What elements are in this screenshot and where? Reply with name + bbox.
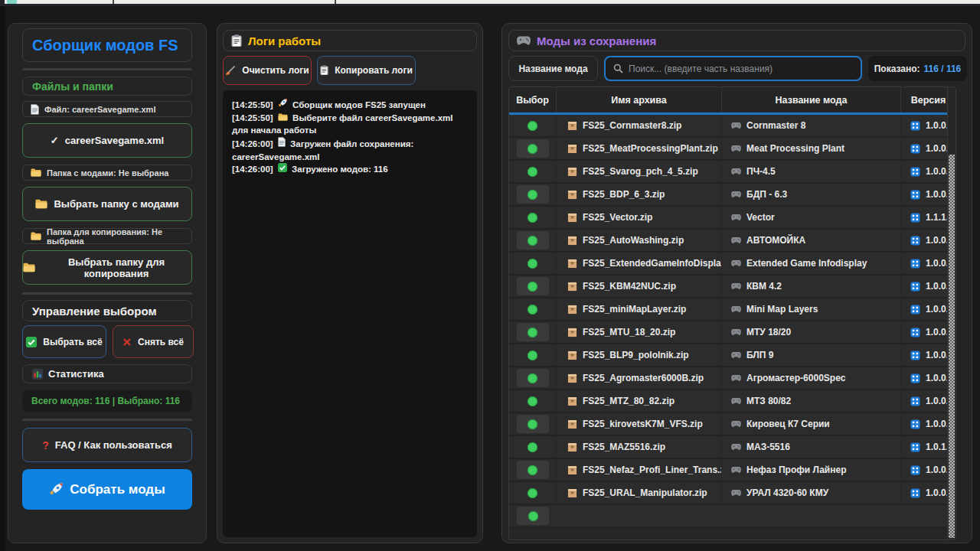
table-row[interactable] bbox=[509, 505, 956, 528]
selected-indicator[interactable] bbox=[528, 144, 537, 154]
table-row[interactable]: FS25_Cornmaster8.zipCornmaster 81.0.0.3 bbox=[509, 115, 956, 138]
mod-name-cell: ПЧ-4.5 bbox=[722, 161, 901, 182]
mod-name-cell: КВМ 4.2 bbox=[722, 276, 901, 297]
selected-indicator[interactable] bbox=[528, 488, 537, 498]
gamepad-icon bbox=[517, 36, 531, 45]
table-scrollbar[interactable] bbox=[947, 87, 956, 540]
mod-name-cell: МТУ 18/20 bbox=[722, 321, 901, 343]
table-row[interactable]: FS25_miniMapLayer.zipMini Map Layers1.0.… bbox=[509, 298, 956, 321]
archive-name: FS25_ExtendedGameInfoDisplay.zip bbox=[583, 258, 722, 269]
mod-name-cell: УРАЛ 4320-60 КМУ bbox=[722, 482, 901, 504]
select-cell[interactable] bbox=[509, 184, 557, 205]
archive-icon bbox=[567, 167, 577, 177]
selection-section-heading: Управление выбором bbox=[22, 300, 192, 321]
table-row[interactable]: FS25_URAL_Manipulator.zipУРАЛ 4320-60 КМ… bbox=[509, 482, 956, 505]
mods-header: Моды из сохранения bbox=[508, 30, 965, 51]
selected-indicator[interactable] bbox=[528, 236, 537, 246]
table-row[interactable]: FS25_MTZ_80_82.zipМТЗ 80/821.0.0.0 bbox=[509, 390, 956, 413]
selected-indicator[interactable] bbox=[528, 259, 537, 269]
archive-name: FS25_kirovetsK7M_VFS.zip bbox=[583, 419, 703, 429]
select-cell[interactable] bbox=[509, 298, 557, 320]
select-cell[interactable] bbox=[509, 253, 557, 274]
archive-name-cell: FS25_Vector.zip bbox=[557, 207, 722, 228]
archive-icon bbox=[567, 121, 577, 131]
column-header-name[interactable]: Название мода bbox=[722, 87, 901, 112]
selected-indicator[interactable] bbox=[528, 373, 537, 383]
table-row[interactable]: FS25_AutoWashing.zipАВТОМОЙКА1.0.0.1 bbox=[509, 230, 956, 253]
select-cell[interactable] bbox=[509, 413, 557, 435]
selected-indicator[interactable] bbox=[528, 511, 538, 521]
selected-indicator[interactable] bbox=[528, 213, 537, 223]
faq-button[interactable]: ? FAQ / Как пользоваться bbox=[22, 428, 192, 462]
select-cell[interactable] bbox=[509, 230, 557, 251]
version-icon bbox=[910, 190, 920, 200]
log-output[interactable]: [14:25:50] Сборщик модов FS25 запущен[14… bbox=[223, 90, 477, 537]
select-cell[interactable] bbox=[509, 505, 557, 527]
select-savegame-button[interactable]: ✓ careerSavegame.xml bbox=[22, 123, 192, 158]
select-cell[interactable] bbox=[509, 276, 557, 297]
check-green-icon bbox=[26, 337, 37, 347]
archive-icon bbox=[567, 236, 577, 246]
select-cell[interactable] bbox=[509, 321, 557, 343]
table-row[interactable]: FS25_Agromaster6000B.zipАгромастер-6000S… bbox=[509, 367, 956, 390]
mod-name-cell: Vector bbox=[722, 207, 901, 228]
selected-indicator[interactable] bbox=[528, 167, 537, 177]
mod-name: Кировец К7 Серии bbox=[746, 419, 830, 429]
selected-indicator[interactable] bbox=[528, 328, 537, 337]
select-cell[interactable] bbox=[509, 390, 557, 412]
selected-indicator[interactable] bbox=[528, 305, 537, 315]
collect-mods-button[interactable]: Собрать моды bbox=[22, 469, 192, 510]
select-all-button[interactable]: Выбрать всё bbox=[22, 325, 106, 358]
select-cell[interactable] bbox=[509, 482, 557, 504]
gamepad-icon bbox=[731, 490, 741, 496]
selected-indicator[interactable] bbox=[528, 282, 537, 292]
selected-indicator[interactable] bbox=[528, 442, 537, 452]
selected-indicator[interactable] bbox=[528, 465, 537, 475]
table-row[interactable]: FS25_Vector.zipVector1.1.1.1 bbox=[509, 207, 956, 230]
column-header-select[interactable]: Выбор bbox=[509, 87, 557, 112]
select-cell[interactable] bbox=[509, 436, 557, 458]
selected-indicator[interactable] bbox=[528, 419, 537, 429]
select-copy-folder-button[interactable]: Выбрать папку для копирования bbox=[22, 250, 192, 285]
search-input[interactable] bbox=[629, 64, 861, 74]
check-glyph: ✓ bbox=[51, 135, 59, 146]
log-entry: [14:26:00] Загружен файл сохранения: car… bbox=[232, 137, 468, 163]
selected-indicator[interactable] bbox=[528, 121, 537, 131]
archive-name-cell: FS25_Agromaster6000B.zip bbox=[557, 367, 722, 389]
table-row[interactable]: FS25_KBM42NUC.zipКВМ 4.21.0.0.0 bbox=[509, 276, 956, 298]
deselect-all-button[interactable]: Снять всё bbox=[113, 325, 194, 358]
log-timestamp: [14:26:00] bbox=[232, 165, 276, 174]
mod-name: Нефаз Профи Лайнер bbox=[746, 465, 846, 475]
mod-name: МТУ 18/20 bbox=[746, 327, 791, 337]
select-cell[interactable] bbox=[509, 367, 557, 389]
table-row[interactable]: FS25_ExtendedGameInfoDisplay.zipExtended… bbox=[509, 253, 956, 276]
scrollbar-thumb[interactable] bbox=[949, 155, 955, 538]
mod-name: МТЗ 80/82 bbox=[746, 396, 791, 406]
logs-header: Логи работы bbox=[223, 30, 477, 51]
table-row[interactable]: FS25_MeatProcessingPlant.zipMeat Process… bbox=[509, 138, 956, 161]
select-cell[interactable] bbox=[509, 138, 557, 159]
selected-indicator[interactable] bbox=[528, 396, 537, 406]
table-row[interactable]: FS25_Nefaz_Profi_Liner_Trans.zipНефаз Пр… bbox=[509, 459, 956, 482]
archive-icon bbox=[567, 465, 577, 475]
gamepad-icon bbox=[731, 444, 741, 450]
clear-logs-button[interactable]: Очистить логи bbox=[223, 56, 312, 85]
table-row[interactable]: FS25_MAZ5516.zipМАЗ-55161.0.1.0 bbox=[509, 436, 956, 459]
selected-indicator[interactable] bbox=[528, 190, 537, 200]
table-row[interactable]: FS25_BLP9_pololnik.zipБЛП 91.0.0.0 bbox=[509, 344, 956, 367]
select-mods-folder-button[interactable]: Выбрать папку с модами bbox=[22, 187, 192, 221]
select-cell[interactable] bbox=[509, 459, 557, 481]
selected-indicator[interactable] bbox=[528, 350, 537, 360]
copy-logs-button[interactable]: Копировать логи bbox=[317, 56, 416, 85]
select-cell[interactable] bbox=[509, 344, 557, 366]
archive-name-cell: FS25_kirovetsK7M_VFS.zip bbox=[557, 413, 722, 435]
table-row[interactable]: FS25_BDP_6_3.zipБДП - 6.31.0.0.1 bbox=[509, 184, 956, 207]
table-row[interactable]: FS25_MTU_18_20.zipМТУ 18/201.0.0.0 bbox=[509, 321, 956, 344]
select-cell[interactable] bbox=[509, 115, 557, 136]
version-icon bbox=[910, 236, 920, 246]
table-row[interactable]: FS25_kirovetsK7M_VFS.zipКировец К7 Серии… bbox=[509, 413, 956, 436]
table-row[interactable]: FS25_Svarog_pch_4_5.zipПЧ-4.51.0.0.0 bbox=[509, 161, 956, 184]
select-cell[interactable] bbox=[509, 207, 557, 228]
column-header-archive[interactable]: Имя архива bbox=[557, 87, 722, 112]
select-cell[interactable] bbox=[509, 161, 557, 182]
